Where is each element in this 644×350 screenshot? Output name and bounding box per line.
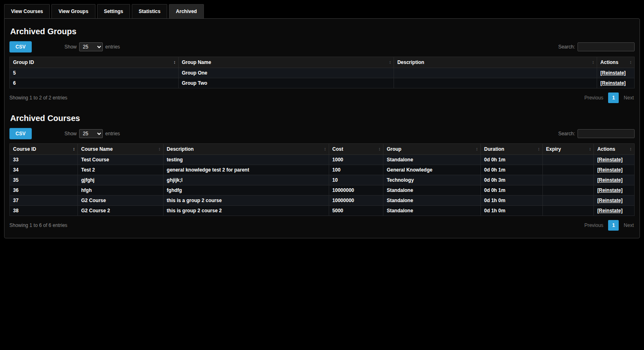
actions-cell: [Reinstate] (594, 196, 635, 206)
column-header-label: Course Name (81, 146, 113, 152)
page-length-select[interactable]: 25 (79, 129, 103, 138)
tab-settings[interactable]: Settings (97, 4, 130, 18)
next-page-button[interactable]: Next (623, 221, 635, 230)
column-header-label: Actions (600, 59, 618, 65)
table-cell: G2 Course (77, 196, 163, 206)
column-header-label: Duration (484, 146, 504, 152)
table-cell: Technology (383, 175, 481, 185)
table-cell (394, 78, 597, 88)
column-header-group-name[interactable]: Group Name↕ (178, 57, 394, 68)
table-cell: 33 (10, 155, 78, 165)
column-header-label: Description (167, 146, 194, 152)
column-header-expiry[interactable]: Expiry↕ (542, 144, 594, 155)
page-number-button[interactable]: 1 (608, 220, 619, 231)
table-cell (542, 165, 594, 175)
table-cell: 38 (10, 206, 78, 216)
table-cell: 6 (10, 78, 179, 88)
table-cell (542, 175, 594, 185)
reinstate-link[interactable]: [Reinstate] (597, 208, 622, 214)
show-label: Show (64, 44, 77, 50)
pagination: Previous 1 Next (584, 92, 635, 103)
search-input[interactable] (578, 129, 635, 138)
table-cell (542, 206, 594, 216)
table-cell (542, 155, 594, 165)
courses-controls: CSV Show 25 entries Search: (9, 128, 635, 139)
table-cell: 37 (10, 196, 78, 206)
tab-view-courses[interactable]: View Courses (4, 4, 50, 18)
table-row: 5Group One[Reinstate] (10, 68, 635, 78)
table-cell: 5 (10, 68, 179, 78)
table-cell: G2 Course 2 (77, 206, 163, 216)
table-header-row: Course ID↕Course Name↕Description↕Cost↕G… (10, 144, 635, 155)
table-cell: ghjijk;l (163, 175, 329, 185)
sort-icon: ↕ (592, 59, 595, 64)
archived-panel: Archived Groups CSV Show 25 entries Sear… (4, 18, 640, 238)
column-header-actions[interactable]: Actions↕ (594, 144, 635, 155)
sort-icon: ↕ (538, 146, 540, 151)
reinstate-link[interactable]: [Reinstate] (597, 187, 622, 193)
search-control: Search: (558, 42, 635, 51)
reinstate-link[interactable]: [Reinstate] (600, 70, 626, 76)
page: View Courses View Groups Settings Statis… (0, 0, 644, 242)
reinstate-link[interactable]: [Reinstate] (600, 80, 626, 86)
actions-cell: [Reinstate] (597, 78, 635, 88)
csv-export-button[interactable]: CSV (9, 41, 32, 53)
actions-cell: [Reinstate] (597, 68, 635, 78)
column-header-course-id[interactable]: Course ID↕ (10, 144, 78, 155)
sort-icon: ↕ (589, 146, 591, 151)
table-cell: 0d 1h 0m (481, 196, 543, 206)
column-header-group[interactable]: Group↕ (383, 144, 481, 155)
sort-icon: ↕ (158, 146, 161, 151)
column-header-course-name[interactable]: Course Name↕ (77, 144, 163, 155)
table-cell (542, 196, 594, 206)
table-cell (542, 185, 594, 196)
sort-icon: ↕ (173, 59, 176, 64)
column-header-description[interactable]: Description↕ (394, 57, 597, 68)
show-label: Show (64, 131, 77, 136)
archived-groups-section: Archived Groups CSV Show 25 entries Sear… (9, 27, 635, 103)
reinstate-link[interactable]: [Reinstate] (597, 167, 622, 173)
column-header-cost[interactable]: Cost↕ (329, 144, 383, 155)
reinstate-link[interactable]: [Reinstate] (597, 198, 622, 203)
table-info: Showing 1 to 6 of 6 entries (9, 222, 67, 228)
tab-archived[interactable]: Archived (169, 4, 204, 18)
page-number-button[interactable]: 1 (608, 92, 619, 103)
table-cell: 10000000 (329, 196, 383, 206)
table-row: 33Test Coursetesting1000Standalone0d 0h … (10, 155, 635, 165)
column-header-duration[interactable]: Duration↕ (481, 144, 543, 155)
table-cell: general knowledge test 2 for parent (163, 165, 329, 175)
previous-page-button[interactable]: Previous (584, 221, 604, 230)
table-cell: 34 (10, 165, 78, 175)
search-input[interactable] (578, 42, 635, 51)
search-label: Search: (558, 131, 575, 136)
table-cell: Test Course (77, 155, 163, 165)
reinstate-link[interactable]: [Reinstate] (597, 157, 622, 163)
sort-icon: ↕ (630, 59, 632, 64)
table-cell: 10 (329, 175, 383, 185)
actions-cell: [Reinstate] (594, 185, 635, 196)
column-header-description[interactable]: Description↕ (163, 144, 329, 155)
search-label: Search: (558, 44, 575, 50)
column-header-group-id[interactable]: Group ID↕ (10, 57, 179, 68)
previous-page-button[interactable]: Previous (584, 93, 604, 102)
column-header-actions[interactable]: Actions↕ (597, 57, 635, 68)
tab-statistics[interactable]: Statistics (132, 4, 167, 18)
csv-export-button[interactable]: CSV (9, 128, 32, 139)
table-cell: 5000 (329, 206, 383, 216)
table-cell: Standalone (383, 196, 481, 206)
column-header-label: Course ID (13, 146, 36, 152)
table-row: 38G2 Course 2this is group 2 course 2500… (10, 206, 635, 216)
column-header-label: Cost (332, 146, 343, 152)
tab-view-groups[interactable]: View Groups (51, 4, 95, 18)
courses-table-footer: Showing 1 to 6 of 6 entries Previous 1 N… (9, 220, 635, 231)
search-control: Search: (558, 129, 635, 138)
next-page-button[interactable]: Next (623, 93, 635, 102)
table-cell: 10000000 (329, 185, 383, 196)
column-header-label: Group Name (182, 59, 211, 65)
column-header-label: Group ID (13, 59, 34, 65)
entries-label: entries (105, 44, 120, 50)
actions-cell: [Reinstate] (594, 155, 635, 165)
sort-icon: ↕ (389, 59, 392, 64)
page-length-select[interactable]: 25 (79, 42, 103, 51)
reinstate-link[interactable]: [Reinstate] (597, 177, 622, 183)
